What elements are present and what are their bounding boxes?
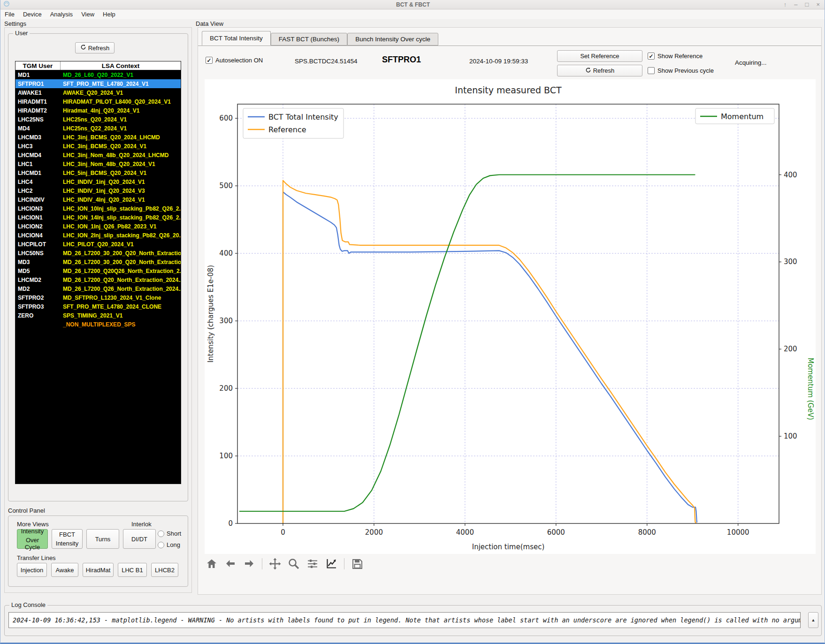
show-previous-checkbox[interactable]: ✓ Show Previous cycle	[648, 67, 714, 74]
table-row[interactable]: MD3MD_26_L7200_30_200_Q20_North_Extracti…	[15, 258, 181, 266]
radio-long[interactable]: Long	[158, 541, 181, 548]
table-row[interactable]: LHC25NSLHC25ns_Q20_2024_V1	[15, 115, 181, 124]
y-tick-label-right: 400	[784, 171, 797, 179]
table-row[interactable]: SFTPRO1SFT_PRO_MTE_L4780_2024_V1	[15, 79, 181, 88]
y-tick-label-left: 500	[219, 182, 233, 190]
table-row[interactable]: SFTPRO3SFT_PRO_MTE_L4780_2024_CLONE	[15, 302, 181, 311]
transfer-button-injection[interactable]: Injection	[17, 563, 47, 577]
view-button-turns[interactable]: Turns	[86, 529, 119, 549]
view-button-intensity-over-cycle[interactable]: IntensityOver Cycle	[17, 529, 48, 549]
lsa-context-cell: LHC_ION_14Inj_slip_stacking_Pb82_Q26_2..…	[61, 214, 181, 221]
radio-circle[interactable]	[158, 542, 164, 548]
menu-view[interactable]: View	[77, 10, 99, 19]
view-button-di-dt[interactable]: DI/DT	[123, 529, 156, 549]
dataview-section-label: Data View	[196, 20, 223, 27]
toolbar-separator	[262, 558, 262, 569]
transfer-lines-label: Transfer Lines	[17, 554, 56, 561]
autoselection-checkbox-box[interactable]: ✓	[206, 57, 213, 64]
table-row[interactable]: LHC3LHC_3inj_BCMS_Q20_2024_V1	[15, 142, 181, 151]
table-row[interactable]: LHCION2LHC_ION_1Inj_Q26_Pb82_2023_V1	[15, 222, 181, 231]
tgm-user-cell: LHCMD3	[15, 134, 61, 141]
menu-file[interactable]: File	[0, 10, 19, 19]
table-row[interactable]: LHCMD2MD_26_L7200_Q20_North_Extraction_2…	[15, 275, 181, 284]
menu-help[interactable]: Help	[99, 10, 120, 19]
control-panel-label: Control Panel	[8, 507, 45, 514]
tgm-user-cell: HIRADMT2	[15, 107, 61, 114]
customize-icon[interactable]	[325, 558, 337, 570]
lsa-context-cell: MD_SFTPRO_L1230_2024_V1_Clone	[61, 295, 181, 301]
save-icon[interactable]	[351, 558, 363, 570]
tab-bunch-intensity-over-cycle[interactable]: Bunch Intensity Over cycle	[347, 33, 438, 45]
show-reference-checkbox[interactable]: ✓ Show Reference	[648, 53, 703, 60]
maximize-icon[interactable]: □	[805, 0, 809, 9]
table-row[interactable]: LHC1LHC_3inj_Nom_48b_Q20_2024_V1	[15, 159, 181, 168]
tgm-user-cell: LHCION1	[15, 214, 61, 221]
table-row[interactable]: LHCION3LHC_ION_10Inj_slip_stacking_Pb82_…	[15, 204, 181, 213]
minimize-icon[interactable]: –	[794, 0, 797, 9]
table-row[interactable]: HIRADMT2Hiradmat_4Inj_Q20_2024_V1	[15, 106, 181, 115]
user-group-title: User	[13, 30, 30, 37]
zoom-icon[interactable]	[288, 558, 300, 570]
table-row[interactable]: MD2MD_26_L7200_Q26_North_Extraction_2024…	[15, 284, 181, 293]
tab-bct-total-intensity[interactable]: BCT Total Intensity	[202, 31, 271, 45]
table-row[interactable]: LHC4LHC_INDIV_1inj_Q20_2024_V1	[15, 177, 181, 186]
forward-icon[interactable]	[243, 558, 255, 570]
table-row[interactable]: LHCMD3LHC_3inj_BCMS_Q20_2024_LHCMD	[15, 133, 181, 142]
lsa-context-cell: MD_26_L7200_Q20_North_Extraction_2024...	[61, 277, 181, 283]
log-scroll-up-button[interactable]: ▲	[808, 612, 818, 628]
log-console-field[interactable]: 2024-10-09 16:36:42,153 - matplotlib.leg…	[8, 612, 801, 628]
autoselection-checkbox[interactable]: ✓ Autoselection ON	[206, 57, 263, 64]
tgm-user-cell: SFTPRO1	[15, 81, 61, 87]
interlok-label: Interlok	[131, 521, 152, 528]
restore-up-icon[interactable]: ↑	[784, 0, 787, 9]
table-row[interactable]: LHCINDIVLHC_INDIV_4Inj_Q20_2024_V1	[15, 195, 181, 204]
acquisition-timestamp: 2024-10-09 19:59:33	[469, 58, 528, 65]
y-tick-label-left: 600	[219, 114, 233, 122]
table-row[interactable]: MD4LHC25ns_Q22_2024_V1	[15, 124, 181, 133]
tgm-user-cell: LHC1	[15, 161, 61, 167]
close-icon[interactable]: ×	[816, 0, 820, 9]
lsa-context-cell: LHC25ns_Q22_2024_V1	[61, 125, 181, 132]
table-row[interactable]: LHCION1LHC_ION_14Inj_slip_stacking_Pb82_…	[15, 213, 181, 222]
table-row[interactable]: LHCPILOTLHC_PILOT_Q20_2024_V1	[15, 240, 181, 249]
table-row[interactable]: MD1MD_26_L60_Q20_2022_V1	[15, 70, 181, 79]
table-row[interactable]: LHCION4LHC_ION_2Inj_slip_stacking_Pb82_Q…	[15, 231, 181, 240]
tab-fast-bct-bunches-[interactable]: FAST BCT (Bunches)	[271, 33, 347, 45]
pan-icon[interactable]	[269, 558, 281, 570]
radio-circle[interactable]	[158, 530, 164, 537]
show-previous-checkbox-box[interactable]: ✓	[648, 67, 655, 74]
menu-bar: FileDeviceAnalysisViewHelp	[0, 10, 825, 19]
table-row[interactable]: MD5MD_26_L7200_Q20Q26_North_Extraction_2…	[15, 266, 181, 275]
more-views-buttons: IntensityOver CycleFBCTIntensityTurnsDI/…	[17, 529, 156, 549]
table-row[interactable]: LHC2LHC_INDIV_1inj_Q20_2024_V3	[15, 186, 181, 195]
view-button-fbct-intensity[interactable]: FBCTIntensity	[52, 529, 83, 549]
menu-device[interactable]: Device	[19, 10, 46, 19]
table-row[interactable]: SFTPRO2MD_SFTPRO_L1230_2024_V1_Clone	[15, 293, 181, 302]
show-reference-checkbox-box[interactable]: ✓	[648, 53, 655, 60]
transfer-button-hiradmat[interactable]: HiradMat	[83, 563, 114, 577]
transfer-button-lhcb2[interactable]: LHCB2	[151, 563, 178, 577]
menu-analysis[interactable]: Analysis	[46, 10, 77, 19]
table-row[interactable]: LHCMD1LHC_5inj_BCMS_Q20_2024_V1	[15, 168, 181, 177]
user-refresh-button[interactable]: Refresh	[75, 42, 115, 53]
lsa-context-cell: LHC_INDIV_1inj_Q20_2024_V3	[61, 188, 181, 194]
back-icon[interactable]	[224, 558, 237, 570]
radio-short[interactable]: Short	[158, 530, 181, 537]
home-icon[interactable]	[206, 558, 218, 570]
y-tick-label-left: 100	[219, 452, 233, 460]
transfer-button-lhc-b1[interactable]: LHC B1	[118, 563, 147, 577]
table-header: TGM User LSA Context	[15, 61, 181, 70]
transfer-button-awake[interactable]: Awake	[51, 563, 78, 577]
tgm-user-cell: LHCION4	[15, 232, 61, 239]
dataview-refresh-button[interactable]: Refresh	[557, 65, 642, 76]
subplots-icon[interactable]	[306, 558, 319, 570]
table-row[interactable]: AWAKE1AWAKE_Q20_2024_V1	[15, 88, 181, 97]
table-row[interactable]: ZEROSPS_TIMING_2021_V1	[15, 311, 181, 320]
table-row[interactable]: HIRADMT1HIRADMAT_PILOT_L8400_Q20_2024_V1	[15, 97, 181, 106]
table-row[interactable]: LHC50NSMD_26_L7200_30_200_Q20_North_Extr…	[15, 249, 181, 258]
lsa-context-cell: LHC_ION_1Inj_Q26_Pb82_2023_V1	[61, 223, 181, 230]
table-row[interactable]: LHCMD4LHC_3inj_Nom_48b_Q20_2024_LHCMD	[15, 151, 181, 159]
table-row[interactable]: _NON_MULTIPLEXED_SPS	[15, 320, 181, 329]
lsa-context-cell: MD_26_L7200_Q26_North_Extraction_2024...	[61, 286, 181, 292]
set-reference-button[interactable]: Set Reference	[557, 50, 642, 62]
